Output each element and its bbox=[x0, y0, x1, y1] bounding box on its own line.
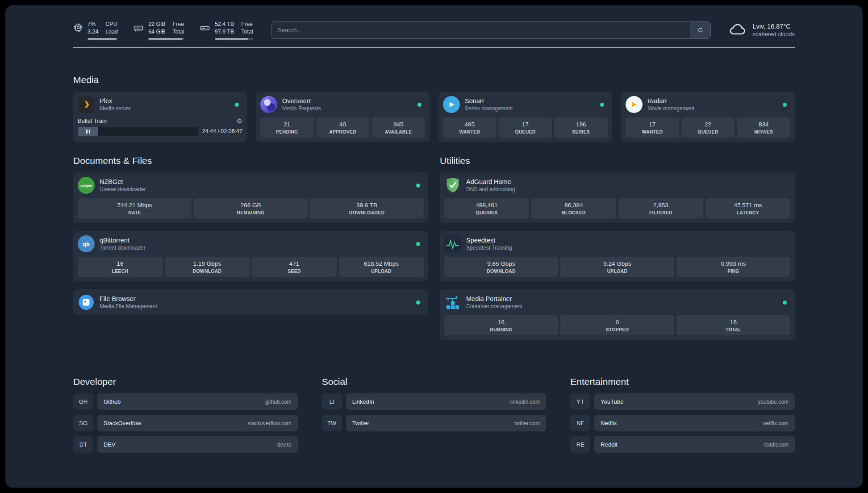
status-dot bbox=[416, 301, 420, 305]
section-utilities: Utilities AdGuard Home DNS and adblockin… bbox=[440, 155, 795, 348]
playback-time: 24:44 / 02:06:47 bbox=[202, 128, 242, 134]
section-title-media: Media bbox=[73, 75, 795, 85]
status-dot bbox=[600, 103, 604, 107]
stat-download: 9.65 Gbps DOWNLOAD bbox=[444, 257, 558, 277]
service-card-adguard[interactable]: AdGuard Home DNS and adblocking 498,461 … bbox=[440, 172, 795, 223]
disk-icon bbox=[200, 23, 210, 35]
gear-icon[interactable]: ⚙ bbox=[237, 117, 242, 124]
cpu-value: 7% bbox=[88, 21, 98, 29]
bookmark-twitter[interactable]: TW Twittertwitter.com bbox=[322, 415, 547, 431]
service-description: Series management bbox=[465, 105, 513, 112]
status-dot bbox=[235, 103, 239, 107]
stat-series: 196 SERIES bbox=[554, 117, 608, 138]
weather-widget[interactable]: Lviv, 16.87°C scattered clouds bbox=[729, 22, 795, 38]
portainer-icon bbox=[444, 294, 461, 311]
section-media: Media Plex Media server Bullet Train bbox=[73, 75, 795, 142]
stat-remaining: 266 GB REMAINING bbox=[194, 198, 308, 218]
header-divider bbox=[73, 47, 795, 48]
service-description: Usenet downloader bbox=[100, 186, 146, 192]
status-dot bbox=[417, 103, 421, 107]
service-description: Torrent downloader bbox=[100, 245, 146, 251]
stat-wanted: 17 WANTED bbox=[626, 117, 679, 138]
bookmark-netflix[interactable]: NF Netflixnetflix.com bbox=[570, 415, 795, 431]
stat-running: 16 RUNNING bbox=[444, 315, 558, 335]
bookmark-stackoverflow[interactable]: SO StackOverflowstackoverflow.com bbox=[73, 415, 298, 431]
service-card-speedtest[interactable]: Speedtest Speedtest Tracking 9.65 Gbps D… bbox=[440, 231, 795, 281]
cpu-widget: 7% 3.24 CPU Load bbox=[73, 21, 118, 40]
service-description: Media Requests bbox=[282, 105, 321, 112]
bookmark-group-developer: Developer GH Githubgithub.com SO StackOv… bbox=[73, 376, 298, 458]
now-playing-title: Bullet Train bbox=[78, 117, 107, 124]
service-description: Media server bbox=[100, 105, 130, 112]
service-card-qbittorrent[interactable]: qb qBittorrent Torrent downloader 16 LEE… bbox=[73, 231, 428, 281]
qbittorrent-icon: qb bbox=[78, 235, 95, 252]
bookmark-abbr: YT bbox=[570, 393, 590, 410]
bookmark-abbr: TW bbox=[322, 415, 342, 431]
service-card-overseerr[interactable]: Overseerr Media Requests 21 PENDING 40 A… bbox=[256, 92, 430, 142]
stat-downloaded: 39.6 TB DOWNLOADED bbox=[310, 198, 424, 218]
service-card-portainer[interactable]: Media Portainer Container management 16 … bbox=[440, 289, 795, 340]
plex-icon bbox=[78, 96, 95, 113]
disk-free-label: Free bbox=[241, 21, 253, 29]
section-title-documents: Documents & Files bbox=[73, 155, 428, 166]
stat-pending: 21 PENDING bbox=[260, 117, 314, 138]
cpu-progress-bar bbox=[88, 38, 118, 40]
service-name: Media Portainer bbox=[466, 295, 522, 302]
stat-movies: 834 MOVIES bbox=[737, 117, 790, 138]
service-name: Radarr bbox=[647, 97, 694, 104]
stat-total: 16 TOTAL bbox=[676, 315, 790, 335]
plex-now-playing: Bullet Train ⚙ 24:44 / 02:06:47 bbox=[78, 117, 242, 136]
bookmark-reddit[interactable]: RE Redditreddit.com bbox=[570, 436, 795, 453]
cpu-chip-icon bbox=[73, 23, 83, 34]
memory-icon bbox=[133, 23, 144, 35]
pause-button[interactable] bbox=[78, 127, 98, 136]
seek-bar[interactable] bbox=[78, 127, 198, 136]
bookmark-abbr: RE bbox=[570, 436, 590, 453]
speedtest-icon bbox=[444, 235, 461, 252]
service-card-sonarr[interactable]: Sonarr Series management 485 WANTED 17 Q… bbox=[438, 92, 612, 142]
memory-widget: 22 GiB 64 GiB Free Total bbox=[133, 21, 184, 40]
stat-queued: 17 QUEUED bbox=[499, 117, 552, 138]
stat-latency: 47.571 ms LATENCY bbox=[705, 198, 790, 218]
service-name: qBittorrent bbox=[100, 237, 146, 244]
service-description: DNS and adblocking bbox=[466, 186, 515, 192]
stat-blocked: 86,384 BLOCKED bbox=[531, 198, 616, 218]
section-title-social: Social bbox=[322, 376, 547, 387]
stat-seed: 471 SEED bbox=[252, 257, 337, 277]
service-name: File Browser bbox=[100, 295, 157, 302]
dashboard-panel: 7% 3.24 CPU Load bbox=[5, 5, 863, 488]
service-name: Sonarr bbox=[465, 97, 513, 104]
stat-upload: 618.52 Mbps UPLOAD bbox=[339, 257, 424, 277]
service-card-radarr[interactable]: Radarr Movie management 17 WANTED 22 QUE… bbox=[621, 92, 795, 142]
service-card-nzbget[interactable]: nzbget NZBGet Usenet downloader 744.21 M… bbox=[73, 172, 428, 223]
service-name: Plex bbox=[100, 97, 130, 104]
search-bar: G bbox=[271, 21, 711, 39]
bookmark-youtube[interactable]: YT YouTubeyoutube.com bbox=[570, 393, 795, 410]
stat-upload: 9.24 Gbps UPLOAD bbox=[560, 257, 674, 277]
cpu-label: CPU bbox=[105, 21, 118, 29]
stat-wanted: 485 WANTED bbox=[443, 117, 497, 138]
service-card-filebrowser[interactable]: File Browser Media File Management bbox=[73, 289, 428, 315]
section-title-entertainment: Entertainment bbox=[570, 376, 795, 387]
bookmark-group-social: Social LI LinkedInlinkedin.com TW Twitte… bbox=[322, 376, 547, 458]
bookmark-linkedin[interactable]: LI LinkedInlinkedin.com bbox=[322, 393, 547, 410]
section-title-utilities: Utilities bbox=[440, 155, 795, 166]
stat-filtered: 2,953 FILTERED bbox=[618, 198, 703, 218]
disk-progress-bar bbox=[215, 38, 253, 40]
cpu-load-value: 3.24 bbox=[88, 28, 98, 36]
bookmark-abbr: NF bbox=[570, 415, 590, 431]
disk-free-value: 52.4 TB bbox=[215, 21, 234, 29]
service-description: Speedtest Tracking bbox=[466, 245, 512, 251]
adguard-icon bbox=[444, 177, 461, 194]
bookmark-github[interactable]: GH Githubgithub.com bbox=[73, 393, 298, 410]
sonarr-icon bbox=[443, 96, 460, 113]
section-documents: Documents & Files nzbget NZBGet Usenet d… bbox=[73, 155, 428, 323]
search-provider-button[interactable]: G bbox=[690, 22, 710, 38]
stat-queries: 498,461 QUERIES bbox=[444, 198, 529, 218]
memory-total-value: 64 GiB bbox=[148, 28, 165, 36]
bookmark-dev[interactable]: DT DEVdev.to bbox=[73, 436, 298, 453]
search-input[interactable] bbox=[271, 22, 690, 38]
service-card-plex[interactable]: Plex Media server Bullet Train ⚙ 24:44 bbox=[73, 92, 247, 142]
stat-download: 1.19 Gbps DOWNLOAD bbox=[165, 257, 250, 277]
stat-stopped: 0 STOPPED bbox=[560, 315, 674, 335]
